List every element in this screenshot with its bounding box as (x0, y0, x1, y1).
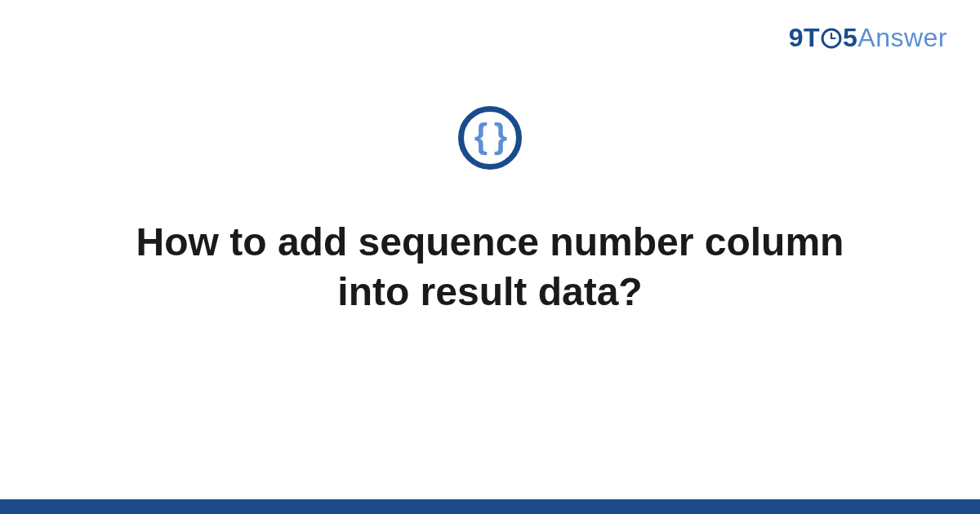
code-braces-icon: { } (474, 119, 506, 153)
site-brand: 9T 5 Answer (789, 23, 947, 53)
brand-text-5: 5 (843, 23, 858, 53)
brand-text-answer: Answer (858, 23, 947, 53)
brand-text-9t: 9T (789, 23, 820, 53)
clock-icon (821, 28, 842, 49)
category-badge: { } (458, 106, 522, 170)
footer-bar (0, 499, 980, 514)
main-content: { } How to add sequence number column in… (0, 106, 980, 317)
question-title: How to add sequence number column into r… (98, 217, 882, 317)
brand-clock-icon (821, 28, 842, 49)
